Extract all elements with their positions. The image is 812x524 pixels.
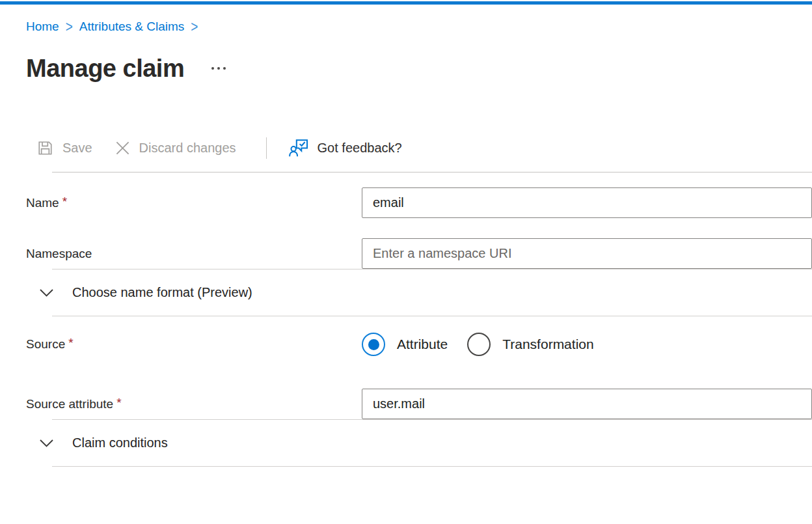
discard-changes-button[interactable]: Discard changes (115, 140, 236, 156)
breadcrumb-separator: > (191, 16, 198, 38)
section-label: Choose name format (Preview) (72, 285, 252, 300)
radio-attribute-label: Attribute (397, 337, 448, 352)
page-content: Home > Attributes & Claims > Manage clai… (0, 18, 812, 467)
section-choose-name-format[interactable]: Choose name format (Preview) (26, 269, 812, 316)
save-icon (36, 139, 54, 157)
breadcrumb: Home > Attributes & Claims > (26, 18, 812, 35)
radio-selected-icon (362, 333, 385, 356)
source-radio-group: Attribute Transformation (362, 333, 594, 356)
source-attribute-input[interactable] (362, 389, 812, 419)
radio-unselected-icon (467, 333, 491, 356)
chevron-down-icon (39, 288, 54, 297)
got-feedback-button[interactable]: Got feedback? (288, 137, 402, 158)
radio-attribute[interactable]: Attribute (362, 333, 448, 356)
required-asterisk: * (68, 336, 73, 350)
name-field-row: Name* (26, 187, 812, 218)
command-bar: Save Discard changes Got feedback? (26, 135, 812, 160)
section-claim-conditions[interactable]: Claim conditions (26, 420, 812, 466)
feedback-icon (288, 137, 309, 158)
top-accent-bar (0, 1, 812, 5)
toolbar-separator (266, 137, 267, 159)
breadcrumb-link-home[interactable]: Home (26, 18, 59, 35)
section-label: Claim conditions (72, 435, 168, 450)
divider (52, 172, 812, 172)
radio-transformation[interactable]: Transformation (467, 333, 593, 356)
required-asterisk: * (62, 195, 67, 208)
page-title: Manage claim (26, 52, 184, 85)
breadcrumb-separator: > (66, 16, 73, 38)
discard-changes-label: Discard changes (139, 141, 236, 156)
source-attribute-label: Source attribute* (26, 397, 362, 411)
save-button-label: Save (62, 141, 92, 156)
source-label: Source* (26, 337, 362, 352)
required-asterisk: * (116, 396, 121, 409)
close-icon (115, 140, 131, 156)
namespace-field-row: Namespace (26, 238, 812, 269)
source-attribute-field-row: Source attribute* (26, 389, 812, 419)
save-button[interactable]: Save (36, 139, 92, 157)
title-row: Manage claim (26, 52, 812, 85)
namespace-input[interactable] (362, 238, 812, 269)
name-label: Name* (26, 196, 362, 210)
got-feedback-label: Got feedback? (318, 141, 402, 156)
chevron-down-icon (39, 439, 54, 448)
source-field-row: Source* Attribute Transformation (26, 333, 812, 356)
radio-transformation-label: Transformation (502, 337, 593, 352)
namespace-label: Namespace (26, 247, 362, 261)
divider (52, 466, 812, 467)
divider (52, 316, 812, 316)
breadcrumb-link-attributes-claims[interactable]: Attributes & Claims (79, 18, 185, 35)
name-input[interactable] (362, 187, 812, 218)
more-options-icon[interactable] (209, 63, 228, 74)
